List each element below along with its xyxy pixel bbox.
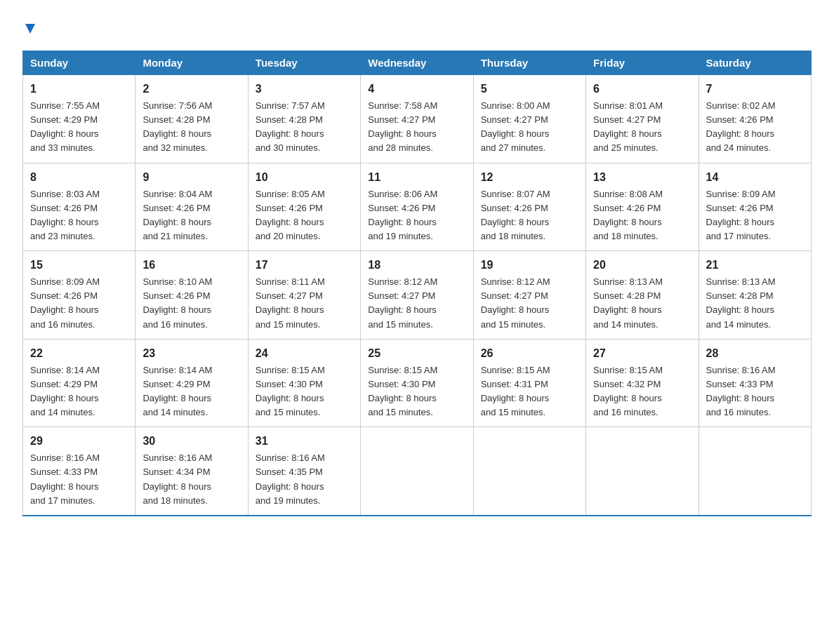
day-number: 18 (368, 257, 465, 274)
day-info: Sunrise: 8:12 AMSunset: 4:27 PMDaylight:… (368, 276, 437, 329)
col-monday: Monday (135, 51, 248, 75)
day-info: Sunrise: 8:10 AMSunset: 4:26 PMDaylight:… (143, 276, 212, 329)
day-number: 16 (143, 257, 240, 274)
table-row: 17Sunrise: 8:11 AMSunset: 4:27 PMDayligh… (248, 251, 360, 340)
day-info: Sunrise: 8:11 AMSunset: 4:27 PMDaylight:… (256, 276, 325, 329)
day-number: 2 (143, 81, 240, 98)
day-info: Sunrise: 7:55 AMSunset: 4:29 PMDaylight:… (30, 100, 100, 153)
table-row: 24Sunrise: 8:15 AMSunset: 4:30 PMDayligh… (248, 339, 360, 427)
col-thursday: Thursday (473, 51, 585, 75)
day-number: 17 (256, 257, 353, 274)
table-row (473, 427, 585, 516)
logo-triangle-icon (24, 22, 37, 38)
table-row: 2Sunrise: 7:56 AMSunset: 4:28 PMDaylight… (135, 75, 248, 163)
day-number: 9 (143, 169, 240, 186)
day-info: Sunrise: 8:09 AMSunset: 4:26 PMDaylight:… (706, 189, 776, 241)
calendar-table: Sunday Monday Tuesday Wednesday Thursday… (22, 51, 812, 516)
day-info: Sunrise: 8:09 AMSunset: 4:26 PMDaylight:… (30, 276, 100, 329)
table-row: 12Sunrise: 8:07 AMSunset: 4:26 PMDayligh… (473, 163, 585, 251)
calendar-week-row: 15Sunrise: 8:09 AMSunset: 4:26 PMDayligh… (23, 251, 812, 340)
calendar-week-row: 8Sunrise: 8:03 AMSunset: 4:26 PMDaylight… (23, 163, 812, 251)
col-tuesday: Tuesday (248, 51, 360, 75)
day-info: Sunrise: 8:16 AMSunset: 4:34 PMDaylight:… (143, 452, 212, 505)
calendar-week-row: 22Sunrise: 8:14 AMSunset: 4:29 PMDayligh… (23, 339, 812, 427)
day-number: 25 (368, 345, 465, 362)
day-info: Sunrise: 8:15 AMSunset: 4:30 PMDaylight:… (256, 365, 325, 417)
day-info: Sunrise: 8:04 AMSunset: 4:26 PMDaylight:… (143, 189, 212, 241)
table-row: 29Sunrise: 8:16 AMSunset: 4:33 PMDayligh… (23, 427, 135, 516)
day-info: Sunrise: 7:56 AMSunset: 4:28 PMDaylight:… (143, 100, 212, 153)
table-row: 30Sunrise: 8:16 AMSunset: 4:34 PMDayligh… (135, 427, 248, 516)
svg-marker-0 (25, 24, 35, 34)
day-info: Sunrise: 8:05 AMSunset: 4:26 PMDaylight:… (256, 189, 325, 241)
day-number: 28 (706, 345, 804, 362)
calendar-header-row: Sunday Monday Tuesday Wednesday Thursday… (23, 51, 812, 75)
day-info: Sunrise: 8:01 AMSunset: 4:27 PMDaylight:… (593, 100, 663, 153)
table-row: 10Sunrise: 8:05 AMSunset: 4:26 PMDayligh… (248, 163, 360, 251)
day-info: Sunrise: 8:15 AMSunset: 4:31 PMDaylight:… (481, 365, 550, 417)
table-row: 6Sunrise: 8:01 AMSunset: 4:27 PMDaylight… (586, 75, 699, 163)
table-row (361, 427, 473, 516)
calendar-week-row: 1Sunrise: 7:55 AMSunset: 4:29 PMDaylight… (23, 75, 812, 163)
table-row: 11Sunrise: 8:06 AMSunset: 4:26 PMDayligh… (361, 163, 473, 251)
table-row: 19Sunrise: 8:12 AMSunset: 4:27 PMDayligh… (473, 251, 585, 340)
day-number: 1 (30, 81, 128, 98)
day-number: 27 (593, 345, 691, 362)
day-number: 6 (593, 81, 691, 98)
day-number: 5 (481, 81, 578, 98)
day-info: Sunrise: 8:13 AMSunset: 4:28 PMDaylight:… (593, 276, 663, 329)
day-info: Sunrise: 8:13 AMSunset: 4:28 PMDaylight:… (706, 276, 776, 329)
day-info: Sunrise: 7:58 AMSunset: 4:27 PMDaylight:… (368, 100, 437, 153)
day-info: Sunrise: 8:02 AMSunset: 4:26 PMDaylight:… (706, 100, 776, 153)
day-number: 8 (30, 169, 128, 186)
day-number: 21 (706, 257, 804, 274)
day-number: 15 (30, 257, 128, 274)
table-row: 20Sunrise: 8:13 AMSunset: 4:28 PMDayligh… (586, 251, 699, 340)
table-row: 23Sunrise: 8:14 AMSunset: 4:29 PMDayligh… (135, 339, 248, 427)
table-row: 15Sunrise: 8:09 AMSunset: 4:26 PMDayligh… (23, 251, 135, 340)
logo (22, 22, 37, 38)
day-number: 22 (30, 345, 128, 362)
day-number: 26 (481, 345, 578, 362)
day-info: Sunrise: 8:15 AMSunset: 4:32 PMDaylight:… (593, 365, 663, 417)
day-info: Sunrise: 8:14 AMSunset: 4:29 PMDaylight:… (30, 365, 100, 417)
day-number: 7 (706, 81, 804, 98)
table-row: 25Sunrise: 8:15 AMSunset: 4:30 PMDayligh… (361, 339, 473, 427)
day-number: 12 (481, 169, 578, 186)
table-row: 7Sunrise: 8:02 AMSunset: 4:26 PMDaylight… (699, 75, 811, 163)
day-info: Sunrise: 8:15 AMSunset: 4:30 PMDaylight:… (368, 365, 437, 417)
table-row: 18Sunrise: 8:12 AMSunset: 4:27 PMDayligh… (361, 251, 473, 340)
day-number: 13 (593, 169, 691, 186)
day-number: 30 (143, 433, 240, 450)
day-number: 31 (256, 433, 353, 450)
table-row: 5Sunrise: 8:00 AMSunset: 4:27 PMDaylight… (473, 75, 585, 163)
day-number: 4 (368, 81, 465, 98)
col-sunday: Sunday (23, 51, 135, 75)
table-row: 8Sunrise: 8:03 AMSunset: 4:26 PMDaylight… (23, 163, 135, 251)
table-row (586, 427, 699, 516)
col-friday: Friday (586, 51, 699, 75)
day-number: 14 (706, 169, 804, 186)
table-row (699, 427, 811, 516)
table-row: 31Sunrise: 8:16 AMSunset: 4:35 PMDayligh… (248, 427, 360, 516)
table-row: 28Sunrise: 8:16 AMSunset: 4:33 PMDayligh… (699, 339, 811, 427)
day-number: 20 (593, 257, 691, 274)
table-row: 22Sunrise: 8:14 AMSunset: 4:29 PMDayligh… (23, 339, 135, 427)
day-number: 11 (368, 169, 465, 186)
day-info: Sunrise: 8:07 AMSunset: 4:26 PMDaylight:… (481, 189, 550, 241)
day-number: 23 (143, 345, 240, 362)
table-row: 9Sunrise: 8:04 AMSunset: 4:26 PMDaylight… (135, 163, 248, 251)
table-row: 14Sunrise: 8:09 AMSunset: 4:26 PMDayligh… (699, 163, 811, 251)
day-info: Sunrise: 8:16 AMSunset: 4:33 PMDaylight:… (706, 365, 776, 417)
day-number: 19 (481, 257, 578, 274)
day-info: Sunrise: 8:16 AMSunset: 4:33 PMDaylight:… (30, 452, 100, 505)
table-row: 21Sunrise: 8:13 AMSunset: 4:28 PMDayligh… (699, 251, 811, 340)
day-info: Sunrise: 8:12 AMSunset: 4:27 PMDaylight:… (481, 276, 550, 329)
table-row: 3Sunrise: 7:57 AMSunset: 4:28 PMDaylight… (248, 75, 360, 163)
day-info: Sunrise: 8:14 AMSunset: 4:29 PMDaylight:… (143, 365, 212, 417)
table-row: 1Sunrise: 7:55 AMSunset: 4:29 PMDaylight… (23, 75, 135, 163)
day-info: Sunrise: 8:16 AMSunset: 4:35 PMDaylight:… (256, 452, 325, 505)
calendar-week-row: 29Sunrise: 8:16 AMSunset: 4:33 PMDayligh… (23, 427, 812, 516)
day-number: 3 (256, 81, 353, 98)
day-info: Sunrise: 8:08 AMSunset: 4:26 PMDaylight:… (593, 189, 663, 241)
